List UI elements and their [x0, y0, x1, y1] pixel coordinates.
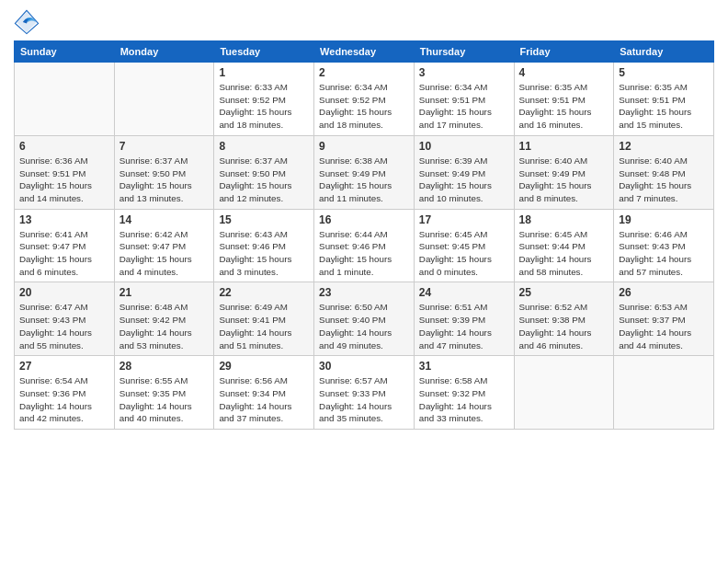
day-number: 28 [119, 360, 210, 373]
day-number: 12 [619, 140, 709, 153]
day-info: Sunrise: 6:51 AM Sunset: 9:39 PM Dayligh… [419, 301, 509, 351]
column-header-wednesday: Wednesday [314, 41, 415, 63]
day-info: Sunrise: 6:48 AM Sunset: 9:42 PM Dayligh… [119, 301, 210, 351]
week-row-2: 6Sunrise: 6:36 AM Sunset: 9:51 PM Daylig… [15, 135, 714, 209]
day-info: Sunrise: 6:34 AM Sunset: 9:51 PM Dayligh… [419, 81, 509, 132]
day-number: 24 [419, 286, 509, 299]
day-info: Sunrise: 6:37 AM Sunset: 9:50 PM Dayligh… [119, 155, 210, 205]
day-info: Sunrise: 6:44 AM Sunset: 9:46 PM Dayligh… [319, 228, 409, 279]
calendar-cell: 8Sunrise: 6:37 AM Sunset: 9:50 PM Daylig… [214, 135, 314, 209]
calendar-cell: 19Sunrise: 6:46 AM Sunset: 9:43 PM Dayli… [614, 209, 714, 282]
day-number: 4 [519, 66, 609, 79]
day-number: 21 [119, 286, 210, 299]
calendar-cell: 1Sunrise: 6:33 AM Sunset: 9:52 PM Daylig… [214, 63, 314, 136]
day-info: Sunrise: 6:40 AM Sunset: 9:48 PM Dayligh… [619, 155, 709, 205]
calendar-cell: 13Sunrise: 6:41 AM Sunset: 9:47 PM Dayli… [15, 209, 115, 282]
day-number: 18 [519, 213, 609, 226]
day-number: 5 [619, 66, 709, 79]
calendar-cell: 30Sunrise: 6:57 AM Sunset: 9:33 PM Dayli… [314, 356, 415, 430]
calendar-header: SundayMondayTuesdayWednesdayThursdayFrid… [15, 41, 714, 63]
logo-icon [14, 9, 40, 35]
day-number: 26 [619, 286, 709, 299]
day-number: 27 [19, 360, 109, 373]
calendar-cell [614, 356, 714, 430]
day-info: Sunrise: 6:36 AM Sunset: 9:51 PM Dayligh… [19, 155, 109, 205]
calendar-cell: 16Sunrise: 6:44 AM Sunset: 9:46 PM Dayli… [314, 209, 415, 282]
day-number: 13 [19, 213, 109, 226]
column-header-friday: Friday [514, 41, 614, 63]
column-header-sunday: Sunday [15, 41, 115, 63]
day-number: 29 [219, 360, 309, 373]
calendar-cell: 11Sunrise: 6:40 AM Sunset: 9:49 PM Dayli… [514, 135, 614, 209]
day-number: 14 [119, 213, 210, 226]
day-number: 20 [19, 286, 109, 299]
day-number: 7 [119, 140, 210, 153]
week-row-5: 27Sunrise: 6:54 AM Sunset: 9:36 PM Dayli… [15, 356, 714, 430]
calendar-cell: 5Sunrise: 6:35 AM Sunset: 9:51 PM Daylig… [614, 63, 714, 136]
calendar-cell: 17Sunrise: 6:45 AM Sunset: 9:45 PM Dayli… [414, 209, 514, 282]
calendar-cell [15, 63, 115, 136]
column-header-saturday: Saturday [614, 41, 714, 63]
calendar-cell: 27Sunrise: 6:54 AM Sunset: 9:36 PM Dayli… [15, 356, 115, 430]
calendar-cell: 15Sunrise: 6:43 AM Sunset: 9:46 PM Dayli… [214, 209, 314, 282]
day-info: Sunrise: 6:40 AM Sunset: 9:49 PM Dayligh… [519, 155, 609, 205]
calendar-body: 1Sunrise: 6:33 AM Sunset: 9:52 PM Daylig… [15, 63, 714, 430]
day-number: 15 [219, 213, 309, 226]
calendar-cell: 20Sunrise: 6:47 AM Sunset: 9:43 PM Dayli… [15, 282, 115, 356]
day-info: Sunrise: 6:42 AM Sunset: 9:47 PM Dayligh… [119, 228, 210, 279]
day-info: Sunrise: 6:54 AM Sunset: 9:36 PM Dayligh… [19, 374, 109, 425]
day-number: 6 [19, 140, 109, 153]
calendar-cell: 22Sunrise: 6:49 AM Sunset: 9:41 PM Dayli… [214, 282, 314, 356]
header-row: SundayMondayTuesdayWednesdayThursdayFrid… [15, 41, 714, 63]
day-number: 30 [319, 360, 409, 373]
day-number: 9 [319, 140, 409, 153]
column-header-tuesday: Tuesday [214, 41, 314, 63]
day-number: 1 [219, 66, 309, 79]
day-number: 22 [219, 286, 309, 299]
week-row-1: 1Sunrise: 6:33 AM Sunset: 9:52 PM Daylig… [15, 63, 714, 136]
calendar-cell: 21Sunrise: 6:48 AM Sunset: 9:42 PM Dayli… [114, 282, 214, 356]
calendar-cell: 10Sunrise: 6:39 AM Sunset: 9:49 PM Dayli… [414, 135, 514, 209]
calendar-cell: 26Sunrise: 6:53 AM Sunset: 9:37 PM Dayli… [614, 282, 714, 356]
day-info: Sunrise: 6:35 AM Sunset: 9:51 PM Dayligh… [619, 81, 709, 132]
day-info: Sunrise: 6:43 AM Sunset: 9:46 PM Dayligh… [219, 228, 309, 279]
day-number: 3 [419, 66, 509, 79]
calendar-cell: 7Sunrise: 6:37 AM Sunset: 9:50 PM Daylig… [114, 135, 214, 209]
day-info: Sunrise: 6:41 AM Sunset: 9:47 PM Dayligh… [19, 228, 109, 279]
calendar-cell: 14Sunrise: 6:42 AM Sunset: 9:47 PM Dayli… [114, 209, 214, 282]
day-info: Sunrise: 6:49 AM Sunset: 9:41 PM Dayligh… [219, 301, 309, 351]
calendar-cell: 4Sunrise: 6:35 AM Sunset: 9:51 PM Daylig… [514, 63, 614, 136]
column-header-monday: Monday [114, 41, 214, 63]
day-info: Sunrise: 6:50 AM Sunset: 9:40 PM Dayligh… [319, 301, 409, 351]
day-info: Sunrise: 6:53 AM Sunset: 9:37 PM Dayligh… [619, 301, 709, 351]
day-info: Sunrise: 6:37 AM Sunset: 9:50 PM Dayligh… [219, 155, 309, 205]
calendar-cell: 3Sunrise: 6:34 AM Sunset: 9:51 PM Daylig… [414, 63, 514, 136]
day-info: Sunrise: 6:33 AM Sunset: 9:52 PM Dayligh… [219, 81, 309, 132]
calendar-table: SundayMondayTuesdayWednesdayThursdayFrid… [14, 40, 714, 430]
logo [14, 9, 43, 35]
day-number: 16 [319, 213, 409, 226]
day-info: Sunrise: 6:35 AM Sunset: 9:51 PM Dayligh… [519, 81, 609, 132]
day-number: 10 [419, 140, 509, 153]
calendar-cell: 2Sunrise: 6:34 AM Sunset: 9:52 PM Daylig… [314, 63, 415, 136]
day-number: 8 [219, 140, 309, 153]
day-number: 25 [519, 286, 609, 299]
day-number: 11 [519, 140, 609, 153]
calendar-cell [514, 356, 614, 430]
week-row-4: 20Sunrise: 6:47 AM Sunset: 9:43 PM Dayli… [15, 282, 714, 356]
calendar-cell: 31Sunrise: 6:58 AM Sunset: 9:32 PM Dayli… [414, 356, 514, 430]
column-header-thursday: Thursday [414, 41, 514, 63]
day-info: Sunrise: 6:38 AM Sunset: 9:49 PM Dayligh… [319, 155, 409, 205]
day-info: Sunrise: 6:45 AM Sunset: 9:44 PM Dayligh… [519, 228, 609, 279]
calendar-cell: 25Sunrise: 6:52 AM Sunset: 9:38 PM Dayli… [514, 282, 614, 356]
calendar-cell: 29Sunrise: 6:56 AM Sunset: 9:34 PM Dayli… [214, 356, 314, 430]
day-number: 31 [419, 360, 509, 373]
day-info: Sunrise: 6:52 AM Sunset: 9:38 PM Dayligh… [519, 301, 609, 351]
calendar-cell: 6Sunrise: 6:36 AM Sunset: 9:51 PM Daylig… [15, 135, 115, 209]
calendar-cell [114, 63, 214, 136]
calendar-cell: 24Sunrise: 6:51 AM Sunset: 9:39 PM Dayli… [414, 282, 514, 356]
day-number: 2 [319, 66, 409, 79]
calendar-cell: 12Sunrise: 6:40 AM Sunset: 9:48 PM Dayli… [614, 135, 714, 209]
day-number: 19 [619, 213, 709, 226]
day-info: Sunrise: 6:47 AM Sunset: 9:43 PM Dayligh… [19, 301, 109, 351]
